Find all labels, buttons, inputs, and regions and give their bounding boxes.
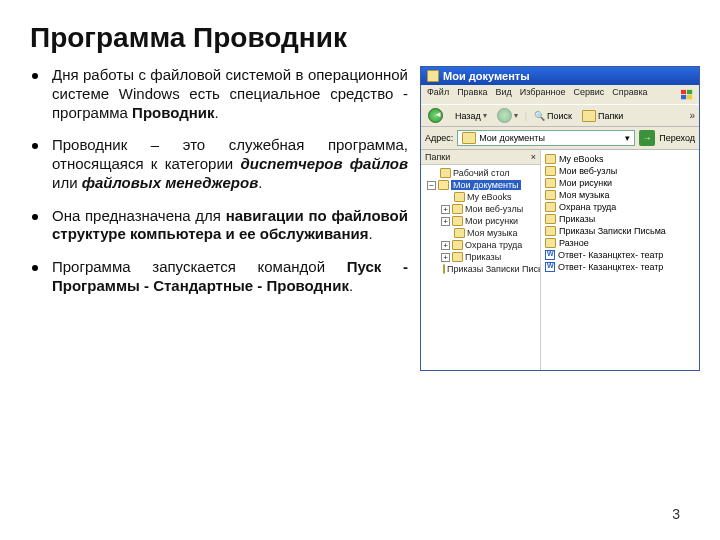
menu-help[interactable]: Справка: [609, 87, 650, 102]
tree-node[interactable]: +Мои рисунки: [427, 215, 540, 227]
list-item: Проводник – это служебная программа, отн…: [30, 136, 408, 192]
folder-icon: [582, 110, 596, 122]
window-title: Мои документы: [443, 70, 530, 82]
word-doc-icon: [545, 250, 555, 260]
page-number: 3: [672, 506, 680, 522]
tree-node[interactable]: Моя музыка: [427, 227, 540, 239]
addressbar: Адрес: Мои документы ▾ → Переход: [421, 127, 699, 150]
svg-rect-2: [681, 95, 686, 99]
close-tree-button[interactable]: ×: [531, 152, 536, 162]
folder-icon: [438, 180, 449, 190]
tree-title-label: Папки: [425, 152, 450, 162]
bullet-italic: диспетчеров файлов: [240, 155, 408, 172]
folder-icon: [545, 190, 556, 200]
bullet-text: .: [368, 225, 372, 242]
search-label: Поиск: [547, 111, 572, 121]
expand-icon[interactable]: +: [441, 205, 450, 214]
tree-node[interactable]: +Приказы: [427, 251, 540, 263]
list-item: Программа запускается командой Пуск - Пр…: [30, 258, 408, 296]
file-item[interactable]: Приказы Записки Письма: [545, 225, 695, 237]
list-item: Дня работы с файловой системой в операци…: [30, 66, 408, 122]
tree-node[interactable]: Приказы Записки Письм: [427, 263, 540, 275]
menubar: Файл Правка Вид Избранное Сервис Справка: [421, 85, 699, 104]
bullet-text: Дня работы с файловой системой в операци…: [52, 66, 408, 121]
file-label: My eBooks: [559, 154, 604, 164]
address-label: Адрес:: [425, 133, 453, 143]
folder-icon: [545, 238, 556, 248]
text-column: Дня работы с файловой системой в операци…: [30, 66, 408, 371]
file-item[interactable]: Мои рисунки: [545, 177, 695, 189]
tree-node[interactable]: +Мои веб-узлы: [427, 203, 540, 215]
window-titlebar[interactable]: Мои документы: [421, 67, 699, 85]
expand-icon[interactable]: +: [441, 217, 450, 226]
folder-icon: [545, 166, 556, 176]
tree-node[interactable]: −Мои документы: [427, 179, 540, 191]
windows-logo-icon: [678, 87, 696, 102]
toolbar: ◄Назад▾ ▾ | 🔍Поиск Папки »: [421, 104, 699, 127]
bullet-text: .: [258, 174, 262, 191]
tree-label: Мои документы: [451, 180, 521, 190]
file-label: Приказы Записки Письма: [559, 226, 666, 236]
tree-label: Охрана труда: [465, 240, 522, 250]
folder-icon: [545, 202, 556, 212]
folder-icon: [545, 214, 556, 224]
expand-icon[interactable]: −: [427, 181, 436, 190]
bullet-text: Программа запускается командой: [52, 258, 347, 275]
menu-view[interactable]: Вид: [493, 87, 515, 102]
folder-icon: [454, 228, 465, 238]
bullet-text: .: [215, 104, 219, 121]
file-list-pane: My eBooksМои веб-узлыМои рисункиМоя музы…: [541, 150, 699, 370]
forward-button[interactable]: ▾: [494, 108, 521, 123]
expand-icon[interactable]: +: [441, 253, 450, 262]
file-item[interactable]: Ответ- Казанцктех- театр: [545, 261, 695, 273]
menu-tools[interactable]: Сервис: [570, 87, 607, 102]
expand-icon[interactable]: +: [441, 241, 450, 250]
bullet-text: или: [52, 174, 82, 191]
bullet-icon: [32, 214, 38, 220]
file-label: Разное: [559, 238, 589, 248]
folder-icon: [452, 252, 463, 262]
file-item[interactable]: Ответ- Казанцктех- театр: [545, 249, 695, 261]
file-label: Охрана труда: [559, 202, 616, 212]
file-item[interactable]: Моя музыка: [545, 189, 695, 201]
folder-icon: [452, 204, 463, 214]
word-doc-icon: [545, 262, 555, 272]
tree-label: Моя музыка: [467, 228, 518, 238]
bullet-icon: [32, 265, 38, 271]
back-button[interactable]: ◄Назад▾: [425, 108, 490, 123]
tree-label: Рабочий стол: [453, 168, 510, 178]
file-item[interactable]: My eBooks: [545, 153, 695, 165]
explorer-window: Мои документы Файл Правка Вид Избранное …: [420, 66, 700, 371]
file-label: Ответ- Казанцктех- театр: [558, 250, 663, 260]
folder-icon: [545, 154, 556, 164]
folder-tree-pane: Папки × Рабочий стол−Мои документыMy eBo…: [421, 150, 541, 370]
bullet-text: Она предназначена для: [52, 207, 226, 224]
bullet-bold: Проводник: [132, 104, 214, 121]
go-label: Переход: [659, 133, 695, 143]
file-label: Ответ- Казанцктех- театр: [558, 262, 663, 272]
bullet-icon: [32, 73, 38, 79]
file-item[interactable]: Мои веб-узлы: [545, 165, 695, 177]
dropdown-icon[interactable]: ▾: [625, 133, 630, 143]
folder-icon: [452, 216, 463, 226]
go-button[interactable]: →: [639, 130, 655, 146]
menu-edit[interactable]: Правка: [454, 87, 490, 102]
search-button[interactable]: 🔍Поиск: [531, 111, 575, 121]
tree-header: Папки ×: [421, 150, 540, 165]
file-item[interactable]: Охрана труда: [545, 201, 695, 213]
folder-icon: [443, 264, 445, 274]
tree-node[interactable]: My eBooks: [427, 191, 540, 203]
file-item[interactable]: Разное: [545, 237, 695, 249]
file-item[interactable]: Приказы: [545, 213, 695, 225]
svg-rect-1: [687, 89, 692, 93]
menu-favorites[interactable]: Избранное: [517, 87, 569, 102]
address-field[interactable]: Мои документы ▾: [457, 130, 635, 146]
folders-button[interactable]: Папки: [579, 110, 626, 122]
more-toolbar-icon[interactable]: »: [689, 110, 695, 121]
menu-file[interactable]: Файл: [424, 87, 452, 102]
tree-node[interactable]: +Охрана труда: [427, 239, 540, 251]
file-label: Мои веб-узлы: [559, 166, 617, 176]
tree-node[interactable]: Рабочий стол: [427, 167, 540, 179]
folder-icon: [462, 132, 476, 144]
folder-icon: [545, 226, 556, 236]
